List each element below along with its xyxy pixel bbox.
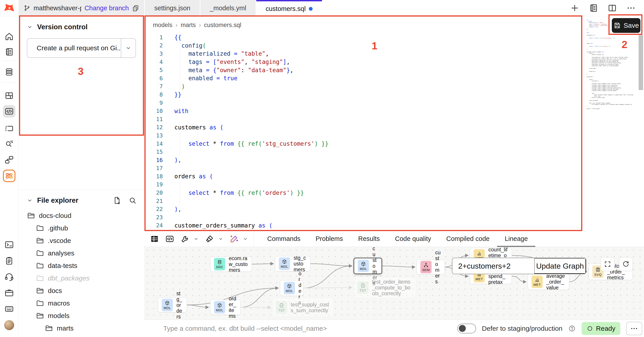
minimap[interactable]: {{ config( materialized = "table", tags … xyxy=(584,18,636,226)
tab-_models-yml[interactable]: _models.yml xyxy=(200,0,256,16)
lineage-node-stg_orders[interactable]: MDLstg_orders xyxy=(158,298,187,313)
notebook-icon[interactable] xyxy=(588,3,598,13)
code-line[interactable]: 13 xyxy=(144,131,584,140)
tab-customers-sql[interactable]: customers.sql xyxy=(256,0,322,16)
sidebar-item-keyboard[interactable] xyxy=(3,303,16,315)
code-area[interactable]: 1{{2 config(3 materialized = "table",4 t… xyxy=(144,33,584,230)
code-line[interactable]: 9 xyxy=(144,99,584,107)
sidebar-item-searchdoc[interactable] xyxy=(3,137,16,150)
sidebar-item-trays[interactable] xyxy=(3,66,16,78)
tab-settings-json[interactable]: settings.json xyxy=(145,0,200,16)
bottom-tab-commands[interactable]: Commands xyxy=(260,231,308,247)
code-line[interactable]: 10with xyxy=(144,107,584,115)
more-options-button[interactable] xyxy=(626,322,642,335)
bottom-tab-code-quality[interactable]: Code quality xyxy=(387,231,438,247)
fullscreen-button[interactable] xyxy=(600,257,614,271)
code-line[interactable]: 24customer_orders_summary as ( xyxy=(144,222,584,230)
bottom-tab-results[interactable]: Results xyxy=(350,231,388,247)
broom-icon[interactable] xyxy=(205,234,214,244)
code-line[interactable]: 18orders as ( xyxy=(144,172,584,181)
chevron-down-icon[interactable] xyxy=(218,236,224,242)
bottom-tab-lineage[interactable]: Lineage xyxy=(497,231,535,247)
chevron-down-icon[interactable] xyxy=(193,236,199,242)
code-line[interactable]: 4 tags = ["events", "staging"], xyxy=(144,58,584,66)
breadcrumb-segment[interactable]: customers.sql xyxy=(204,22,242,29)
breadcrumb-segment[interactable]: models xyxy=(153,22,172,29)
file-tree-item-macros[interactable]: macros xyxy=(19,297,144,310)
sidebar-item-home[interactable] xyxy=(3,30,16,43)
lineage-node-test_supply[interactable]: TSTtest_supply_costs_sum_correctly xyxy=(272,298,334,317)
code-line[interactable]: 15 xyxy=(144,148,584,156)
plus-icon[interactable] xyxy=(570,3,580,13)
lineage-node-customers_sem[interactable]: SEMcustomers xyxy=(416,260,445,275)
lineage-node-order_items[interactable]: MDLorder_items xyxy=(210,300,240,315)
avatar[interactable] xyxy=(4,320,14,330)
code-line[interactable]: 3 materialized = "table", xyxy=(144,50,584,58)
dbt-logo[interactable] xyxy=(0,0,18,16)
help-icon[interactable] xyxy=(568,325,576,332)
code-line[interactable]: 11 xyxy=(144,115,584,123)
bottom-tab-compiled-code[interactable]: Compiled code xyxy=(439,231,497,247)
breadcrumb-segment[interactable]: marts xyxy=(181,22,196,29)
code-line[interactable]: 7 ) xyxy=(144,82,584,91)
save-button[interactable]: Save xyxy=(612,18,640,33)
file-tree-item--vscode[interactable]: .vscode xyxy=(19,234,144,247)
file-tree-item-dbt_packages[interactable]: dbt_packages xyxy=(19,272,144,285)
new-file-icon[interactable] xyxy=(112,196,122,205)
file-tree-item-marts[interactable]: marts xyxy=(19,322,144,335)
lineage-canvas[interactable]: Update Graph SRCecom.raw_customersMDLstg… xyxy=(144,247,644,320)
code-line[interactable]: 14 select * from {{ ref('stg_customers')… xyxy=(144,140,584,148)
lineage-node-avg_order_val[interactable]: METaverage_order_value xyxy=(528,274,569,290)
code-line[interactable]: 16), xyxy=(144,156,584,164)
code-preview-icon[interactable] xyxy=(165,234,174,244)
file-tree-item-analyses[interactable]: analyses xyxy=(19,247,144,260)
sidebar-item-atom[interactable] xyxy=(3,170,16,182)
lineage-query-input[interactable] xyxy=(452,258,534,274)
lineage-node-test_bools[interactable]: TSTtest_order_items_compute_to_bools_cor… xyxy=(354,277,416,298)
code-line[interactable]: 21 xyxy=(144,197,584,205)
code-line[interactable]: 2 config( xyxy=(144,41,584,50)
wrench-icon[interactable] xyxy=(180,234,190,244)
code-line[interactable]: 6 enabled = true xyxy=(144,74,584,82)
change-branch-link[interactable]: Change branch xyxy=(84,4,129,12)
sidebar-item-grid[interactable] xyxy=(3,89,16,102)
code-line[interactable]: 1{{ xyxy=(144,33,584,41)
magic-pen-icon[interactable] xyxy=(230,234,239,244)
version-control-header[interactable]: Version control xyxy=(26,23,88,31)
ellipsis-icon[interactable] xyxy=(626,3,636,13)
defer-toggle[interactable] xyxy=(457,324,476,334)
chevron-down-icon[interactable] xyxy=(242,236,248,242)
create-pull-request-button[interactable]: Create a pull request on Gi... xyxy=(27,38,136,58)
code-line[interactable]: 8}} xyxy=(144,90,584,99)
sidebar-item-branchboxes[interactable] xyxy=(3,154,16,166)
copy-icon[interactable] xyxy=(132,3,139,12)
lineage-node-raw_customers[interactable]: SRCecom.raw_customers xyxy=(210,257,252,272)
file-tree-item-docs-cloud[interactable]: docs-cloud xyxy=(19,209,144,222)
command-input[interactable] xyxy=(163,325,457,332)
refresh-graph-button[interactable] xyxy=(619,257,633,271)
file-tree-item--github[interactable]: .github xyxy=(19,222,144,234)
file-tree-item-models[interactable]: models xyxy=(19,310,144,322)
file-explorer-header[interactable]: File explorer xyxy=(19,190,144,207)
sidebar-item-case[interactable] xyxy=(3,287,16,299)
code-line[interactable]: 12customers as ( xyxy=(144,123,584,132)
code-line[interactable]: 5 meta = {"owner": "data-team"}, xyxy=(144,66,584,74)
bottom-tab-problems[interactable]: Problems xyxy=(308,231,350,247)
status-badge-ready[interactable]: Ready xyxy=(582,322,620,335)
search-icon[interactable] xyxy=(128,196,137,205)
file-tree-item-docs[interactable]: docs xyxy=(19,285,144,297)
table-icon[interactable] xyxy=(150,234,159,244)
sidebar-item-headset[interactable] xyxy=(3,270,16,283)
sidebar-item-terminal[interactable] xyxy=(3,238,16,251)
update-graph-button[interactable]: Update Graph xyxy=(534,258,586,274)
split-view-icon[interactable] xyxy=(607,3,617,13)
sidebar-item-avatar[interactable] xyxy=(3,319,16,332)
lineage-node-orders[interactable]: MDLorders xyxy=(280,280,303,296)
sidebar-item-code[interactable] xyxy=(3,105,16,118)
code-line[interactable]: 20 select * from {{ ref('orders') }} xyxy=(144,189,584,197)
code-line[interactable]: 22), xyxy=(144,205,584,213)
code-line[interactable]: 17 xyxy=(144,164,584,173)
pr-button-caret[interactable] xyxy=(121,39,136,57)
code-line[interactable]: 23 xyxy=(144,213,584,222)
code-line[interactable]: 19 xyxy=(144,181,584,189)
